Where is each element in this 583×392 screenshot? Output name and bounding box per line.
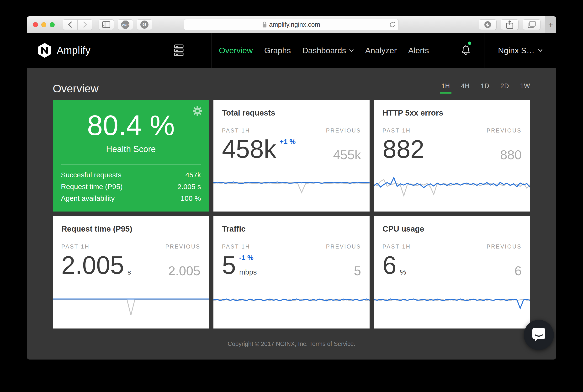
chevron-down-icon	[538, 49, 543, 52]
chevron-down-icon	[349, 49, 354, 52]
past-label: PAST 1H	[382, 128, 411, 134]
account-name: Nginx S…	[498, 46, 534, 55]
metric-unit: mbps	[239, 268, 257, 276]
close-window-button[interactable]	[33, 22, 38, 27]
metric-previous: 455k	[333, 148, 361, 161]
chevron-left-icon	[68, 21, 73, 28]
total-requests-sparkline	[214, 173, 370, 204]
metric-value: 882	[382, 137, 424, 161]
bell-icon	[461, 45, 471, 56]
metric-previous: 5	[354, 264, 361, 277]
health-score-label: Health Score	[53, 144, 209, 154]
app-navbar: Amplify Overview Graphs	[27, 33, 556, 68]
brand-name: Amplify	[57, 45, 90, 56]
past-label: PAST 1H	[61, 244, 90, 250]
metric-previous: 6	[514, 264, 522, 277]
cpu-usage-card: CPU usage PAST 1H PREVIOUS 6 % 6	[374, 216, 530, 328]
nav-item-graphs[interactable]: Graphs	[264, 46, 291, 55]
previous-label: PREVIOUS	[166, 244, 200, 250]
previous-label: PREVIOUS	[326, 128, 361, 134]
nav-item-dashboards[interactable]: Dashboards	[302, 46, 354, 55]
range-tab-1h[interactable]: 1H	[441, 82, 450, 94]
reload-icon[interactable]	[389, 22, 396, 28]
http-5xx-sparkline	[374, 173, 530, 204]
nginx-logo-icon	[38, 43, 52, 58]
card-title: HTTP 5xx errors	[382, 108, 522, 118]
chevron-right-icon	[82, 21, 88, 28]
address-bar[interactable]: amplify.nginx.com	[184, 19, 399, 30]
metric-value: 2.005	[61, 253, 124, 277]
metric-previous: 880	[500, 148, 522, 161]
chat-bubble-icon	[532, 328, 546, 342]
sidebar-icon	[102, 21, 110, 28]
metric-change: -1 %	[239, 254, 257, 262]
metric-previous: 2.005	[168, 264, 200, 277]
copyright-text: Copyright © 2017 NGINX, Inc.	[228, 340, 308, 347]
download-icon	[484, 21, 492, 28]
card-title: Total requests	[222, 108, 361, 118]
adblock-extension-button[interactable]: ABP	[118, 19, 133, 30]
health-row-agent-availability: Agent availability 100 %	[61, 193, 201, 204]
nav-item-overview[interactable]: Overview	[219, 46, 253, 55]
range-tab-4h[interactable]: 4H	[461, 82, 470, 94]
downloads-button[interactable]	[479, 19, 496, 30]
show-tabs-button[interactable]	[523, 19, 540, 30]
browser-window: ABP G amplify.nginx.com	[27, 16, 556, 360]
cpu-usage-sparkline	[374, 290, 530, 321]
nav-item-alerts[interactable]: Alerts	[408, 46, 429, 55]
notifications-button[interactable]	[447, 33, 484, 68]
previous-label: PREVIOUS	[326, 244, 361, 250]
nav-item-analyzer[interactable]: Analyzer	[365, 46, 397, 55]
main-menu: Overview Graphs Dashboards Analyzer Aler…	[212, 33, 447, 68]
gear-icon[interactable]	[192, 106, 202, 116]
range-tab-1d[interactable]: 1D	[480, 82, 490, 94]
card-title: Request time (P95)	[61, 224, 200, 234]
lock-icon	[262, 22, 267, 28]
content-area: Overview 1H 4H 1D 2D 1W	[27, 68, 556, 360]
request-time-card: Request time (P95) PAST 1H PREVIOUS 2.00…	[53, 216, 209, 328]
ghostery-extension-button[interactable]: G	[137, 19, 152, 30]
range-tab-1w[interactable]: 1W	[520, 82, 530, 94]
zoom-window-button[interactable]	[50, 22, 55, 27]
intercom-chat-button[interactable]	[524, 320, 554, 350]
health-score-value: 80.4 %	[53, 108, 209, 143]
card-title: CPU usage	[382, 224, 522, 234]
footer: Copyright © 2017 NGINX, Inc. Terms of Se…	[53, 340, 530, 347]
forward-button[interactable]	[78, 19, 92, 30]
metric-value: 458k	[222, 137, 276, 161]
abp-icon: ABP	[121, 20, 130, 29]
notification-dot	[468, 42, 471, 45]
health-score-card: 80.4 % Health Score Succesful requests 4…	[53, 100, 209, 212]
metric-unit: s	[128, 268, 131, 276]
traffic-card: Traffic PAST 1H PREVIOUS 5 -1 % mbps 5	[214, 216, 370, 328]
health-row-successful-requests: Succesful requests 457k	[61, 169, 201, 181]
brand[interactable]: Amplify	[27, 33, 146, 68]
share-button[interactable]	[501, 19, 518, 30]
total-requests-card: Total requests PAST 1H PREVIOUS 458k +1 …	[214, 100, 370, 212]
tabs-icon	[528, 21, 536, 28]
traffic-sparkline	[214, 290, 370, 321]
request-time-sparkline	[53, 290, 209, 321]
past-label: PAST 1H	[222, 128, 250, 134]
sidebar-toggle-button[interactable]	[98, 19, 114, 30]
server-list-button[interactable]	[146, 33, 212, 68]
http-5xx-errors-card: HTTP 5xx errors PAST 1H PREVIOUS 882 880	[374, 100, 530, 212]
time-range-tabs: 1H 4H 1D 2D 1W	[441, 82, 530, 95]
new-tab-button[interactable]: +	[545, 16, 556, 33]
back-button[interactable]	[63, 19, 78, 30]
past-label: PAST 1H	[222, 244, 250, 250]
account-menu[interactable]: Nginx S…	[484, 33, 556, 68]
minimize-window-button[interactable]	[41, 22, 46, 27]
g-icon: G	[140, 20, 148, 29]
terms-of-service-link[interactable]: Terms of Service.	[309, 340, 355, 347]
previous-label: PREVIOUS	[486, 128, 522, 134]
browser-toolbar: ABP G amplify.nginx.com	[27, 16, 556, 33]
previous-label: PREVIOUS	[486, 244, 522, 250]
url-text: amplify.nginx.com	[269, 21, 320, 28]
traffic-lights	[33, 22, 55, 27]
health-row-request-time: Request time (P95) 2.005 s	[61, 181, 201, 193]
metric-change: +1 %	[280, 138, 296, 146]
metric-unit: %	[400, 268, 406, 276]
range-tab-2d[interactable]: 2D	[500, 82, 509, 94]
metric-value: 5	[222, 253, 236, 277]
